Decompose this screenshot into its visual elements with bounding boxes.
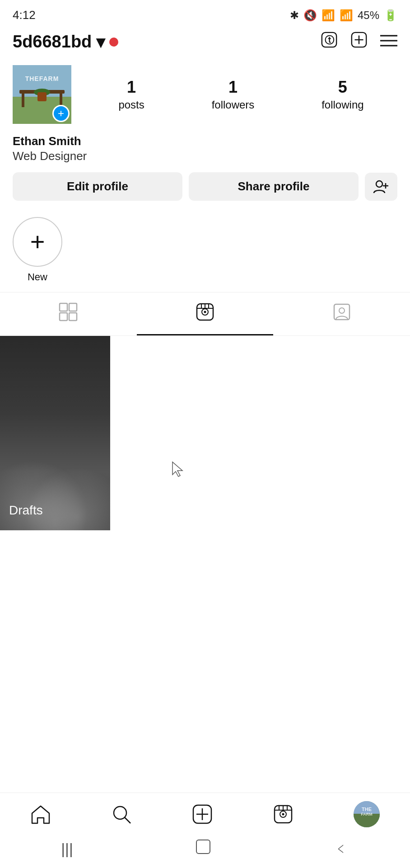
new-highlight-circle: + — [13, 217, 62, 267]
nav-home-button[interactable] — [30, 804, 51, 824]
following-stat[interactable]: 5 following — [321, 78, 363, 111]
tagged-icon — [332, 302, 351, 326]
nav-profile-button[interactable]: THE FARM — [354, 801, 380, 827]
svg-rect-22 — [69, 313, 77, 321]
nav-search-button[interactable] — [112, 804, 131, 824]
svg-point-39 — [282, 813, 284, 816]
content-area: Drafts — [0, 336, 410, 607]
svg-rect-11 — [22, 94, 24, 107]
followers-label: followers — [212, 99, 255, 111]
battery-icon: 🔋 — [384, 9, 397, 22]
status-time: 4:12 — [13, 8, 36, 22]
svg-text:FARM: FARM — [361, 812, 373, 816]
reels-nav-icon — [273, 804, 293, 824]
search-icon — [112, 804, 131, 824]
svg-rect-30 — [334, 304, 349, 320]
nav-add-button[interactable] — [192, 804, 213, 825]
tab-tagged[interactable] — [273, 292, 410, 335]
draft-label: Drafts — [9, 503, 43, 518]
svg-point-25 — [204, 311, 206, 313]
signal-icon: 📶 — [340, 9, 353, 22]
nav-reels-button[interactable] — [273, 804, 293, 824]
username-text: 5d6681bd — [13, 32, 92, 52]
threads-icon[interactable]: ⓣ — [321, 31, 338, 52]
edit-profile-button[interactable]: Edit profile — [13, 172, 182, 201]
status-icons: ✱ 🔇 📶 📶 45% 🔋 — [290, 9, 397, 22]
profile-section: THEFARM + 1 posts 1 followers 5 followin… — [0, 61, 410, 210]
bottom-nav-items: THE FARM — [0, 793, 410, 834]
grid-icon — [59, 302, 78, 326]
profile-name: Ethan Smith — [13, 133, 397, 149]
followers-count: 1 — [228, 78, 238, 97]
add-icon — [192, 804, 213, 825]
bluetooth-icon: ✱ — [290, 9, 299, 22]
svg-text:THEFARM: THEFARM — [25, 75, 59, 82]
wifi-icon: 📶 — [321, 9, 335, 22]
menu-icon[interactable] — [380, 32, 397, 52]
tab-grid[interactable] — [0, 292, 137, 335]
share-profile-button[interactable]: Share profile — [189, 172, 359, 201]
posts-stat[interactable]: 1 posts — [118, 78, 144, 111]
add-person-button[interactable] — [365, 173, 397, 201]
avatar-wrapper[interactable]: THEFARM + — [13, 65, 71, 124]
svg-rect-20 — [69, 303, 77, 311]
chevron-down-icon[interactable]: ▾ — [96, 32, 105, 52]
profile-top: THEFARM + 1 posts 1 followers 5 followin… — [13, 65, 397, 124]
stats-row: 1 posts 1 followers 5 following — [85, 78, 397, 111]
home-icon — [30, 804, 51, 824]
header: 5d6681bd ▾ ⓣ — [0, 27, 410, 61]
new-highlight-label: New — [28, 271, 47, 283]
profile-bio: Web Designer — [13, 149, 397, 163]
notification-dot — [109, 38, 118, 47]
back-button[interactable]: ﹤ — [334, 838, 349, 859]
svg-point-31 — [339, 308, 345, 313]
header-actions: ⓣ — [321, 31, 397, 52]
svg-text:ⓣ: ⓣ — [325, 35, 335, 45]
highlights-section: + New — [0, 210, 410, 292]
mute-icon: 🔇 — [303, 9, 317, 22]
add-story-button[interactable]: + — [52, 105, 70, 122]
add-post-icon[interactable] — [350, 31, 368, 52]
posts-label: posts — [118, 99, 144, 111]
battery-label: 45% — [358, 9, 379, 22]
recent-apps-button[interactable]: ||| — [61, 840, 73, 858]
svg-rect-19 — [60, 303, 67, 311]
nav-profile-avatar: THE FARM — [354, 801, 380, 827]
action-buttons: Edit profile Share profile — [13, 172, 397, 201]
tab-reels[interactable] — [137, 292, 274, 335]
svg-point-32 — [114, 807, 126, 819]
bottom-nav: THE FARM ||| ﹤ — [0, 793, 410, 868]
tab-bar — [0, 292, 410, 336]
home-button[interactable] — [195, 839, 211, 859]
username-row[interactable]: 5d6681bd ▾ — [13, 32, 118, 52]
reels-icon — [196, 302, 214, 326]
status-bar: 4:12 ✱ 🔇 📶 📶 45% 🔋 — [0, 0, 410, 27]
system-nav: ||| ﹤ — [0, 834, 410, 868]
svg-text:THE: THE — [362, 807, 372, 812]
new-highlight-plus-icon: + — [30, 229, 45, 255]
draft-video-thumbnail[interactable]: Drafts — [0, 336, 110, 530]
following-label: following — [321, 99, 363, 111]
new-highlight-item[interactable]: + New — [13, 217, 62, 283]
followers-stat[interactable]: 1 followers — [212, 78, 255, 111]
svg-point-16 — [376, 181, 382, 187]
svg-rect-14 — [37, 92, 47, 101]
svg-rect-21 — [60, 313, 67, 321]
svg-line-33 — [125, 817, 130, 823]
posts-count: 1 — [127, 78, 136, 97]
svg-rect-48 — [196, 840, 210, 854]
following-count: 5 — [338, 78, 347, 97]
